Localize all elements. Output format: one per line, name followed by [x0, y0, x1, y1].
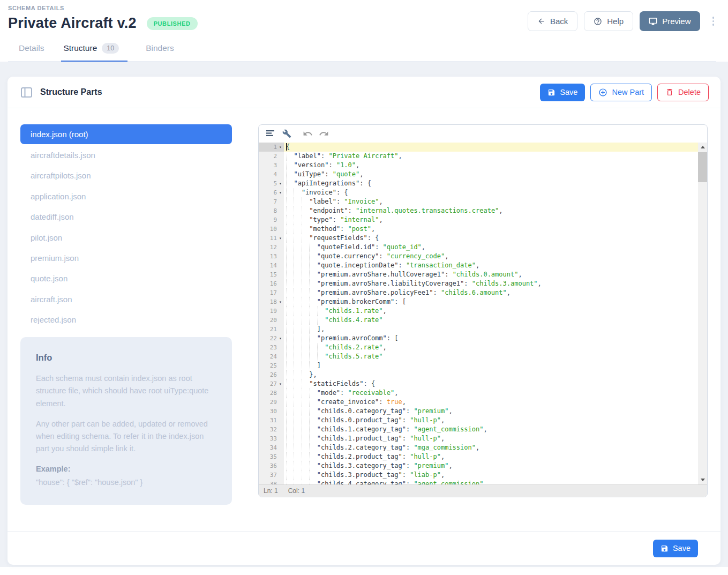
delete-button[interactable]: Delete — [657, 84, 709, 101]
code-text[interactable]: "childs.3.category_tag": "premium", — [284, 461, 698, 471]
tab-binders[interactable]: Binders — [145, 43, 175, 61]
code-text[interactable]: "label": "Invoice", — [284, 197, 698, 206]
more-options-icon[interactable] — [710, 14, 717, 28]
code-text[interactable]: "childs.1.rate", — [284, 307, 698, 316]
fold-toggle-icon[interactable]: ▾ — [277, 188, 284, 197]
code-text[interactable]: }, — [284, 370, 698, 379]
undo-icon[interactable] — [301, 127, 314, 141]
code-text[interactable]: "childs.4.category_tag": "agent_commissi… — [284, 480, 698, 484]
code-text[interactable]: "apiIntegrations": { — [284, 179, 698, 188]
file-item[interactable]: datediff.json — [20, 207, 232, 227]
line-number: 33 — [270, 434, 277, 443]
code-text[interactable]: "type": "internal", — [284, 215, 698, 225]
file-item[interactable]: pilot.json — [20, 227, 232, 248]
code-text[interactable]: "endpoint": "internal.quotes.transaction… — [284, 206, 698, 215]
fold-toggle-icon[interactable]: ▾ — [277, 334, 284, 343]
indent-guide — [286, 234, 294, 243]
code-text[interactable]: "invoice": { — [284, 188, 698, 197]
code-text[interactable]: "version": "1.0", — [284, 161, 698, 170]
indent-guide — [302, 215, 309, 225]
indent-guide — [309, 452, 317, 461]
code-text[interactable]: "childs.0.category_tag": "premium", — [284, 407, 698, 416]
help-button[interactable]: Help — [584, 11, 633, 31]
code-text[interactable]: "childs.2.product_tag": "hull-p", — [284, 452, 698, 461]
new-part-button[interactable]: New Part — [590, 84, 652, 101]
code-text[interactable]: "method": "post", — [284, 225, 698, 234]
preview-button[interactable]: Preview — [640, 11, 700, 31]
file-item[interactable]: quote.json — [20, 268, 232, 289]
code-text[interactable]: "requestFields": { — [284, 234, 698, 243]
fold-toggle-icon[interactable]: ▾ — [277, 179, 284, 188]
gutter-cell: 8 — [259, 206, 284, 215]
code-text[interactable]: "premium.avroShare.policyFee1": "childs.… — [284, 288, 698, 297]
code-text[interactable]: "staticFields": { — [284, 379, 698, 389]
indent-guide — [294, 352, 301, 361]
tab-details[interactable]: Details — [18, 43, 45, 61]
code-text[interactable]: "quoteField.id": "quote_id", — [284, 243, 698, 252]
file-item[interactable]: aircraftpilots.json — [20, 166, 232, 186]
code-text[interactable]: "childs.1.product_tag": "hull-p", — [284, 434, 698, 443]
scroll-up-icon[interactable] — [698, 143, 707, 152]
indent-guide — [309, 279, 317, 288]
indent-guide — [294, 325, 301, 334]
code-text[interactable]: "uiType": "quote", — [284, 170, 698, 179]
file-item[interactable]: index.json (root) — [20, 124, 232, 144]
code-text[interactable]: "childs.4.rate" — [284, 316, 698, 325]
code-text[interactable]: { — [284, 143, 698, 152]
fold-toggle-icon[interactable]: ▾ — [277, 297, 284, 307]
indent-guide — [309, 407, 317, 416]
format-icon[interactable] — [264, 127, 277, 141]
indent-guide — [294, 425, 301, 434]
code-text[interactable]: "childs.0.product_tag": "hull-p", — [284, 416, 698, 425]
file-item[interactable]: premium.json — [20, 248, 232, 268]
code-text[interactable]: "label": "Private Aircraft", — [284, 152, 698, 161]
tab-structure[interactable]: Structure10 — [62, 43, 127, 61]
fold-toggle-icon[interactable]: ▾ — [277, 234, 284, 243]
code-text[interactable]: "mode": "receivable", — [284, 389, 698, 398]
code-area[interactable]: 1▾{2"label": "Private Aircraft",3"versio… — [259, 143, 698, 484]
code-text[interactable]: "childs.5.rate" — [284, 352, 698, 361]
code-text[interactable]: ] — [284, 361, 698, 370]
indent-guide — [302, 471, 309, 480]
editor-scrollbar[interactable] — [698, 143, 707, 484]
code-text[interactable]: ], — [284, 325, 698, 334]
info-example-code: "house": { "$ref": "house.json" } — [36, 476, 216, 489]
gutter-cell: 11▾ — [259, 234, 284, 243]
file-item[interactable]: application.json — [20, 186, 232, 206]
code-text[interactable]: "childs.2.rate", — [284, 343, 698, 352]
code-text[interactable]: "premium.avroShare.hullCoverage1": "chil… — [284, 270, 698, 279]
fold-toggle-icon[interactable]: ▾ — [277, 143, 284, 152]
file-item[interactable]: aircraft.json — [20, 289, 232, 309]
file-item[interactable]: aircraftdetails.json — [20, 145, 232, 165]
line-number: 4 — [273, 170, 277, 179]
fold-toggle-icon[interactable]: ▾ — [277, 379, 284, 389]
save-button[interactable]: Save — [540, 84, 585, 101]
redo-icon[interactable] — [317, 127, 331, 141]
gutter-cell: 30 — [259, 407, 284, 416]
indent-guide — [286, 452, 294, 461]
code-line: 15"premium.avroShare.hullCoverage1": "ch… — [259, 270, 698, 279]
indent-guide — [286, 443, 294, 452]
indent-guide — [309, 334, 317, 343]
back-button[interactable]: Back — [528, 11, 577, 31]
indent-guide — [309, 261, 317, 270]
repair-icon[interactable] — [280, 127, 294, 141]
code-text[interactable]: "premium.avroComm": [ — [284, 334, 698, 343]
structure-parts-card: Structure Parts Save New Part — [7, 77, 721, 565]
code-text[interactable]: "childs.3.product_tag": "liab-p", — [284, 471, 698, 480]
code-text[interactable]: "childs.1.category_tag": "agent_commissi… — [284, 425, 698, 434]
footer-save-button[interactable]: Save — [653, 540, 698, 557]
file-item[interactable]: rejected.json — [20, 310, 232, 330]
gutter-cell: 2 — [259, 152, 284, 161]
code-text[interactable]: "premium.avroShare.liabilityCoverage1": … — [284, 279, 698, 288]
code-text[interactable]: "quote.inceptionDate": "transaction_date… — [284, 261, 698, 270]
code-text[interactable]: "childs.2.category_tag": "mga_commission… — [284, 443, 698, 452]
scroll-down-icon[interactable] — [698, 475, 707, 484]
gutter-cell: 31 — [259, 416, 284, 425]
code-text[interactable]: "create_invoice": true, — [284, 398, 698, 407]
indent-guide — [294, 443, 301, 452]
indent-guide — [286, 279, 294, 288]
code-text[interactable]: "quote.currency": "currency_code", — [284, 252, 698, 261]
scrollbar-thumb[interactable] — [698, 152, 707, 182]
code-text[interactable]: "premium.brokerComm": [ — [284, 297, 698, 307]
